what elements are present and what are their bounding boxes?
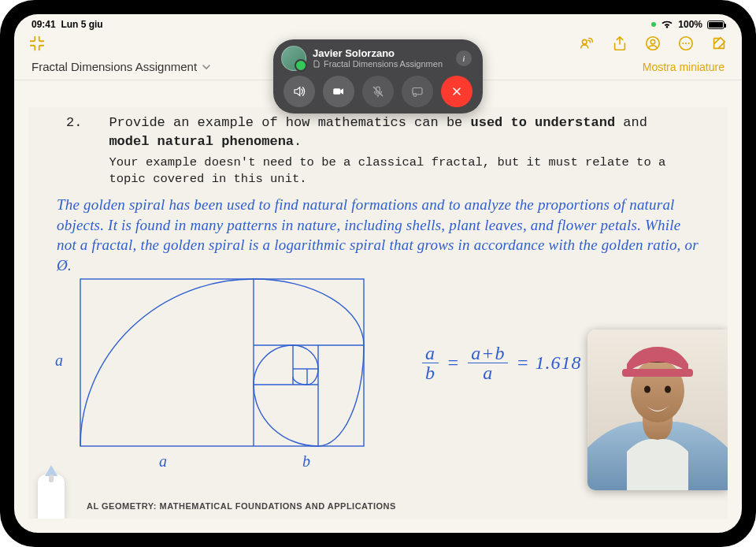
end-call-button[interactable]: [441, 76, 472, 107]
spiral-label-b-bottom: b: [302, 452, 310, 471]
page-footer-text: AL GEOMETRY: MATHEMATICAL FOUNDATIONS AN…: [87, 501, 396, 511]
document-title-dropdown[interactable]: Fractal Dimensions Assignment: [32, 60, 211, 73]
battery-icon: [707, 20, 724, 29]
show-thumbnails-button[interactable]: Mostra miniature: [643, 61, 724, 73]
audio-output-button[interactable]: [284, 76, 315, 107]
svg-point-0: [583, 39, 587, 44]
svg-point-25: [414, 95, 416, 96]
caller-avatar: [281, 46, 306, 71]
compose-icon[interactable]: [710, 35, 728, 52]
more-icon[interactable]: [677, 35, 695, 52]
handwritten-answer: The golden spiral has been used to find …: [28, 188, 728, 276]
status-date: Lun 5 giu: [61, 19, 102, 30]
battery-percent: 100%: [678, 19, 702, 30]
spiral-label-a-bottom: a: [159, 452, 167, 471]
svg-rect-20: [333, 88, 340, 95]
svg-point-2: [650, 39, 655, 44]
camera-toggle-button[interactable]: [323, 76, 354, 107]
svg-rect-7: [80, 279, 364, 446]
svg-point-5: [685, 43, 687, 44]
call-info-button[interactable]: i: [456, 50, 472, 66]
caller-sharing-label: Fractal Dimensions Assignmen: [313, 59, 443, 69]
collaborate-icon[interactable]: [644, 35, 662, 52]
facetime-call-banner[interactable]: Javier Solorzano Fractal Dimensions Assi…: [273, 39, 483, 113]
golden-spiral-drawing: a a b: [72, 273, 372, 454]
wifi-icon: [661, 20, 673, 29]
question-number: 2.: [66, 113, 82, 188]
screen: 09:41 Lun 5 giu 100%: [14, 14, 742, 533]
mute-button[interactable]: [362, 76, 394, 107]
status-bar: 09:41 Lun 5 giu 100%: [14, 14, 742, 30]
question-body: Provide an example of how mathematics ca…: [109, 113, 682, 188]
camera-indicator-dot: [651, 22, 656, 27]
svg-point-19: [665, 386, 671, 393]
screenshare-button[interactable]: [402, 76, 433, 107]
document-content[interactable]: 2. Provide an example of how mathematics…: [28, 107, 728, 519]
shareplay-icon[interactable]: [578, 35, 595, 52]
facetime-selfview[interactable]: [587, 329, 728, 490]
svg-point-6: [688, 43, 690, 44]
svg-point-4: [682, 43, 684, 44]
document-title-text: Fractal Dimensions Assignment: [32, 60, 197, 73]
svg-point-18: [644, 386, 650, 393]
caller-name: Javier Solorzano: [313, 48, 443, 60]
question-subtext: Your example doesn't need to be a classi…: [109, 154, 682, 188]
ipad-frame: 09:41 Lun 5 giu 100%: [0, 0, 756, 547]
document-icon: [313, 60, 321, 68]
markup-pen-tool[interactable]: [38, 474, 65, 519]
question-block: 2. Provide an example of how mathematics…: [28, 107, 728, 188]
exit-fullscreen-icon[interactable]: [28, 35, 46, 52]
status-time: 09:41: [32, 19, 56, 30]
spiral-label-a-left: a: [55, 352, 63, 370]
share-icon[interactable]: [611, 35, 628, 52]
chevron-down-icon: [202, 62, 211, 72]
golden-ratio-equation: ab = a+ba = 1.618: [422, 344, 582, 382]
svg-rect-17: [622, 369, 693, 377]
